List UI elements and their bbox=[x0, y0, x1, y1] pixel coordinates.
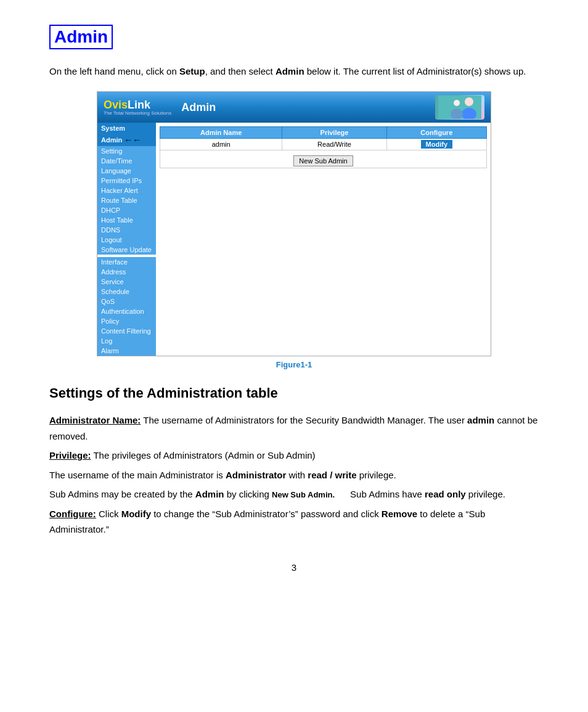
intro-bold-admin: Admin bbox=[276, 66, 304, 76]
desc-sub-admins-bold2: read only bbox=[425, 489, 466, 499]
section-heading: Settings of the Administration table bbox=[49, 385, 539, 401]
admin-table: Admin Name Privilege Configure admin Rea… bbox=[160, 126, 487, 168]
sidebar-item-software-update[interactable]: Software Update bbox=[97, 245, 156, 255]
desc-configure-bold1: Modify bbox=[121, 509, 151, 519]
intro-paragraph: On the left hand menu, click on Setup, a… bbox=[49, 64, 539, 79]
desc-configure-text2: to change the “Sub Administrator’s” pass… bbox=[151, 509, 382, 519]
desc-sub-admins-mid: by clicking bbox=[224, 489, 272, 499]
ovislink-logo: OvisLink The Total Networking Solutions bbox=[104, 99, 171, 116]
desc-admin-name-text: The username of Administrators for the S… bbox=[143, 415, 467, 425]
term-admin-name: Administrator Name: bbox=[49, 415, 141, 425]
sidebar-item-service[interactable]: Service bbox=[97, 277, 156, 287]
sidebar-item-schedule[interactable]: Schedule bbox=[97, 287, 156, 297]
sidebar-item-qos[interactable]: QoS bbox=[97, 297, 156, 306]
page-number: 3 bbox=[49, 562, 539, 573]
sidebar-item-dhcp[interactable]: DHCP bbox=[97, 205, 156, 215]
router-header-photo bbox=[435, 95, 484, 120]
figure-caption: Figure1-1 bbox=[276, 360, 312, 369]
sidebar-item-host-table[interactable]: Host Table bbox=[97, 215, 156, 225]
sidebar-item-address[interactable]: Address bbox=[97, 267, 156, 277]
desc-privilege: Privilege: The privileges of Administrat… bbox=[49, 448, 539, 464]
sidebar-item-policy[interactable]: Policy bbox=[97, 316, 156, 326]
brand-name: OvisLink bbox=[104, 99, 171, 110]
svg-point-1 bbox=[465, 97, 473, 106]
sidebar: System Admin ←← Setting Date/Time Langua… bbox=[97, 123, 156, 356]
desc-privilege-text: The privileges of Administrators (Admin … bbox=[93, 450, 315, 460]
sidebar-item-language[interactable]: Language bbox=[97, 166, 156, 176]
desc-sub-admins-pre: Sub Admins may be created by the bbox=[49, 489, 195, 499]
sidebar-item-ddns[interactable]: DDNS bbox=[97, 225, 156, 235]
admin-name-cell: admin bbox=[160, 139, 282, 150]
desc-admin-name: Administrator Name: The username of Admi… bbox=[49, 412, 539, 444]
sidebar-item-setting[interactable]: Setting bbox=[97, 146, 156, 156]
sidebar-item-admin[interactable]: Admin ←← bbox=[97, 134, 156, 146]
col-header-admin-name: Admin Name bbox=[160, 127, 282, 139]
tagline: The Total Networking Solutions bbox=[104, 110, 171, 116]
page-title[interactable]: Admin bbox=[49, 25, 113, 49]
col-header-privilege: Privilege bbox=[282, 127, 386, 139]
desc-main-admin: The username of the main Administrator i… bbox=[49, 467, 539, 483]
svg-point-3 bbox=[454, 100, 460, 106]
new-sub-admin-button[interactable]: New Sub Admin bbox=[293, 155, 353, 166]
desc-configure-text1: Click bbox=[99, 509, 121, 519]
sidebar-item-permitted-ips[interactable]: Permitted IPs bbox=[97, 176, 156, 186]
sidebar-item-content-filtering[interactable]: Content Filtering bbox=[97, 326, 156, 336]
desc-main-admin-bold1: Administrator bbox=[226, 470, 286, 480]
sidebar-item-interface[interactable]: Interface bbox=[97, 257, 156, 267]
sidebar-item-hacker-alert[interactable]: Hacker Alert bbox=[97, 186, 156, 195]
desc-main-admin-bold2: read / write bbox=[308, 470, 356, 480]
desc-sub-admins: Sub Admins may be created by the Admin b… bbox=[49, 486, 539, 502]
sidebar-item-logout[interactable]: Logout bbox=[97, 235, 156, 245]
desc-sub-admins-end: privilege. bbox=[466, 489, 505, 499]
sidebar-system-label: System bbox=[97, 123, 156, 134]
desc-admin-bold: admin bbox=[467, 415, 494, 425]
new-sub-admin-row: New Sub Admin bbox=[160, 150, 487, 168]
figure-container: OvisLink The Total Networking Solutions … bbox=[49, 91, 539, 379]
desc-main-admin-end: privilege. bbox=[357, 470, 396, 480]
sidebar-item-authentication[interactable]: Authentication bbox=[97, 306, 156, 316]
configure-cell: Modify bbox=[386, 139, 486, 150]
desc-configure-bold2: Remove bbox=[382, 509, 417, 519]
sidebar-item-log[interactable]: Log bbox=[97, 336, 156, 346]
sidebar-item-route-table[interactable]: Route Table bbox=[97, 195, 156, 205]
intro-text-mid: , and then select bbox=[205, 66, 276, 76]
arrow-icon: ←← bbox=[124, 135, 141, 145]
modify-button[interactable]: Modify bbox=[421, 140, 452, 149]
new-sub-admin-ref: New Sub Admin. bbox=[272, 490, 335, 499]
table-row: admin Read/Write Modify bbox=[160, 139, 487, 150]
term-privilege: Privilege: bbox=[49, 450, 91, 460]
desc-main-admin-mid: with bbox=[286, 470, 308, 480]
router-ui: OvisLink The Total Networking Solutions … bbox=[97, 91, 491, 356]
main-content-area: Admin Name Privilege Configure admin Rea… bbox=[156, 123, 491, 356]
desc-main-admin-pre: The username of the main Administrator i… bbox=[49, 470, 226, 480]
router-header-icons bbox=[435, 95, 484, 120]
col-header-configure: Configure bbox=[386, 127, 486, 139]
intro-bold-setup: Setup bbox=[179, 66, 205, 76]
desc-sub-admins-bold1: Admin bbox=[195, 489, 224, 499]
new-sub-admin-cell: New Sub Admin bbox=[160, 150, 487, 168]
sidebar-item-alarm[interactable]: Alarm bbox=[97, 346, 156, 356]
router-header: OvisLink The Total Networking Solutions … bbox=[97, 92, 491, 123]
desc-sub-admins-spaces: Sub Admins have bbox=[335, 489, 425, 499]
term-configure: Configure: bbox=[49, 509, 96, 519]
desc-configure: Configure: Click Modify to change the “S… bbox=[49, 506, 539, 538]
privilege-cell: Read/Write bbox=[282, 139, 386, 150]
intro-text-end: below it. The current list of Administra… bbox=[304, 66, 526, 76]
sidebar-item-datetime[interactable]: Date/Time bbox=[97, 156, 156, 166]
router-header-title: Admin bbox=[181, 101, 216, 114]
router-body: System Admin ←← Setting Date/Time Langua… bbox=[97, 123, 491, 356]
intro-text-start: On the left hand menu, click on bbox=[49, 66, 179, 76]
